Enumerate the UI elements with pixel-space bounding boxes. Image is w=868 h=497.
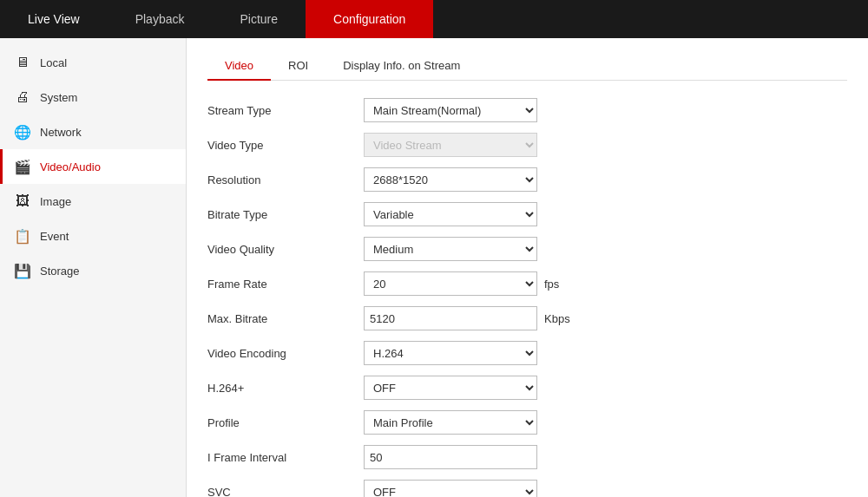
stream-type-label: Stream Type xyxy=(207,104,364,117)
network-icon: 🌐 xyxy=(14,123,31,141)
video-type-control: Video Stream xyxy=(364,133,537,157)
stream-type-select[interactable]: Main Stream(Normal) Sub Stream Third Str… xyxy=(364,98,537,122)
iframe-interval-control xyxy=(364,445,537,469)
video-encoding-select[interactable]: H.264 H.265 MJPEG xyxy=(364,341,537,365)
sidebar-label-system: System xyxy=(40,91,77,104)
sidebar-item-video-audio[interactable]: 🎬 Video/Audio xyxy=(0,149,186,184)
max-bitrate-label: Max. Bitrate xyxy=(207,312,364,325)
resolution-row: Resolution 2688*1520 1920*1080 1280*720 xyxy=(207,167,847,192)
stream-type-control: Main Stream(Normal) Sub Stream Third Str… xyxy=(364,98,537,122)
frame-rate-row: Frame Rate 1246 8101215 16202530 fps xyxy=(207,271,847,296)
resolution-control: 2688*1520 1920*1080 1280*720 xyxy=(364,167,537,192)
top-nav: Live View Playback Picture Configuration xyxy=(0,0,868,38)
profile-control: Main Profile High Profile Basic Profile xyxy=(364,410,537,435)
sidebar-item-event[interactable]: 📋 Event xyxy=(0,219,186,253)
profile-select[interactable]: Main Profile High Profile Basic Profile xyxy=(364,410,537,435)
video-quality-label: Video Quality xyxy=(207,243,364,256)
sidebar-item-system[interactable]: 🖨 System xyxy=(0,80,186,114)
video-type-select[interactable]: Video Stream xyxy=(364,133,537,157)
tab-video[interactable]: Video xyxy=(207,52,271,81)
h264plus-select[interactable]: OFF ON xyxy=(364,376,537,400)
sidebar-label-image: Image xyxy=(40,195,71,208)
video-type-label: Video Type xyxy=(207,139,364,152)
video-encoding-label: Video Encoding xyxy=(207,347,364,360)
resolution-label: Resolution xyxy=(207,173,364,186)
video-audio-icon: 🎬 xyxy=(14,158,31,175)
h264plus-row: H.264+ OFF ON xyxy=(207,376,847,400)
video-encoding-control: H.264 H.265 MJPEG xyxy=(364,341,537,365)
iframe-interval-label: I Frame Interval xyxy=(207,451,364,464)
bitrate-type-label: Bitrate Type xyxy=(207,208,364,221)
event-icon: 📋 xyxy=(14,227,31,245)
bitrate-type-select[interactable]: Variable Constant xyxy=(364,202,537,226)
video-encoding-row: Video Encoding H.264 H.265 MJPEG xyxy=(207,341,847,365)
max-bitrate-control: Kbps xyxy=(364,306,570,330)
h264plus-label: H.264+ xyxy=(207,382,364,395)
svc-select[interactable]: OFF ON xyxy=(364,480,537,497)
bitrate-type-row: Bitrate Type Variable Constant xyxy=(207,202,847,226)
svc-row: SVC OFF ON xyxy=(207,480,847,497)
local-icon: 🖥 xyxy=(14,54,31,71)
bitrate-type-control: Variable Constant xyxy=(364,202,537,226)
nav-live-view[interactable]: Live View xyxy=(0,0,108,38)
profile-label: Profile xyxy=(207,416,364,429)
video-type-row: Video Type Video Stream xyxy=(207,133,847,157)
sidebar-label-local: Local xyxy=(40,56,67,69)
iframe-interval-input[interactable] xyxy=(364,445,537,469)
frame-rate-unit: fps xyxy=(544,278,559,291)
stream-type-row: Stream Type Main Stream(Normal) Sub Stre… xyxy=(207,98,847,122)
svc-label: SVC xyxy=(207,486,364,498)
video-quality-select[interactable]: Lowest Lower Low Medium Higher Highest xyxy=(364,237,537,261)
sidebar-label-network: Network xyxy=(40,126,82,139)
max-bitrate-input[interactable] xyxy=(364,306,537,330)
sidebar-item-network[interactable]: 🌐 Network xyxy=(0,114,186,149)
sidebar-label-event: Event xyxy=(40,230,69,243)
frame-rate-label: Frame Rate xyxy=(207,278,364,291)
nav-configuration[interactable]: Configuration xyxy=(306,0,433,38)
resolution-select[interactable]: 2688*1520 1920*1080 1280*720 xyxy=(364,167,537,192)
video-form: Stream Type Main Stream(Normal) Sub Stre… xyxy=(207,98,847,497)
storage-icon: 💾 xyxy=(14,262,31,279)
max-bitrate-unit: Kbps xyxy=(544,312,570,325)
sidebar-item-storage[interactable]: 💾 Storage xyxy=(0,253,186,288)
sidebar: 🖥 Local 🖨 System 🌐 Network 🎬 Video/Audio… xyxy=(0,38,187,497)
video-quality-row: Video Quality Lowest Lower Low Medium Hi… xyxy=(207,237,847,261)
system-icon: 🖨 xyxy=(14,88,31,106)
tab-display-info[interactable]: Display Info. on Stream xyxy=(326,52,477,81)
h264plus-control: OFF ON xyxy=(364,376,537,400)
content-area: Video ROI Display Info. on Stream Stream… xyxy=(187,38,868,497)
svc-control: OFF ON xyxy=(364,480,537,497)
frame-rate-control: 1246 8101215 16202530 fps xyxy=(364,271,559,296)
tab-bar: Video ROI Display Info. on Stream xyxy=(207,52,847,81)
main-layout: 🖥 Local 🖨 System 🌐 Network 🎬 Video/Audio… xyxy=(0,38,868,497)
sidebar-item-image[interactable]: 🖼 Image xyxy=(0,184,186,219)
image-icon: 🖼 xyxy=(14,193,31,210)
sidebar-label-storage: Storage xyxy=(40,265,80,278)
nav-playback[interactable]: Playback xyxy=(108,0,213,38)
frame-rate-select[interactable]: 1246 8101215 16202530 xyxy=(364,271,537,296)
tab-roi[interactable]: ROI xyxy=(271,52,326,81)
sidebar-label-video-audio: Video/Audio xyxy=(40,160,101,173)
sidebar-item-local[interactable]: 🖥 Local xyxy=(0,45,186,80)
nav-picture[interactable]: Picture xyxy=(212,0,306,38)
profile-row: Profile Main Profile High Profile Basic … xyxy=(207,410,847,435)
iframe-interval-row: I Frame Interval xyxy=(207,445,847,469)
video-quality-control: Lowest Lower Low Medium Higher Highest xyxy=(364,237,537,261)
max-bitrate-row: Max. Bitrate Kbps xyxy=(207,306,847,330)
